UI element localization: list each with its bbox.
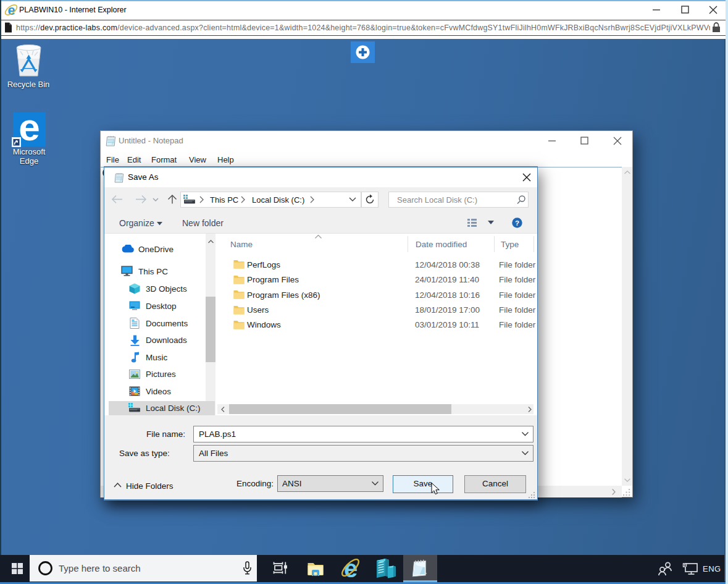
svg-text:?: ? <box>515 219 519 227</box>
